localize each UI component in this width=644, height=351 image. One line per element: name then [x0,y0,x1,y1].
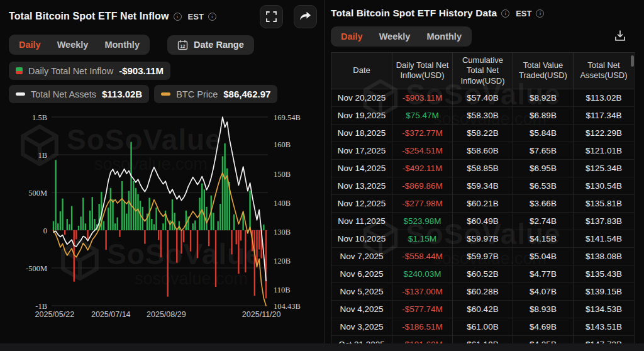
value-cell: $240.03M [392,265,453,283]
inflow-bar [236,230,237,244]
inflow-bar [254,230,255,296]
inflow-bar [55,160,56,230]
inflow-bar [231,230,232,254]
inflow-bar [238,230,239,274]
table-row: Nov 14,2025-$492.11M$58.85B$6.95B$125.34… [331,160,635,177]
y-axis-left-tick: -1B [35,302,47,311]
table-row: Nov 18,2025-$372.77M$58.22B$5.84B$122.29… [331,125,635,142]
inflow-bar [162,223,164,230]
y-axis-left-tick: 1.5B [32,113,47,122]
inflow-bar [213,213,214,230]
table-scrollbar[interactable] [631,55,634,67]
tab-daily[interactable]: Daily [341,31,363,42]
tab-weekly[interactable]: Weekly [57,40,89,50]
legend-row-2: Total Net Assets $113.02B BTC Price $86,… [9,85,317,103]
inflow-bar [183,230,184,242]
value-cell: -$577.74M [392,301,453,318]
value-cell: $5.84B [513,125,574,142]
net-assets-line [53,117,266,281]
inflow-bar [60,211,61,230]
date-cell: Nov 20,2025 [331,89,392,107]
legend-row-1: Daily Total Net Inflow -$903.11M [9,62,317,80]
column-header: Date [331,53,392,89]
share-icon [299,11,311,22]
tab-monthly[interactable]: Monthly [426,31,462,42]
calendar-icon: 12 [177,40,188,50]
chart-controls: DailyWeeklyMonthly 12 Date Range [9,35,317,55]
date-cell: Nov 5,2025 [331,283,392,301]
date-range-button[interactable]: 12 Date Range [167,35,254,55]
legend-value: $113.02B [102,89,142,99]
download-icon [614,30,626,42]
column-header: Daily Total Net Inflow(USD) [392,53,453,89]
info-icon[interactable] [501,9,509,18]
inflow-bar [89,211,91,230]
value-cell: -$492.11M [392,160,453,177]
value-cell: $60.52B [453,265,513,283]
inflow-bar [123,201,125,230]
legend-btc-price[interactable]: BTC Price $86,462.97 [154,85,277,103]
inflow-bar [219,204,221,230]
value-cell: $58.85B [453,160,513,177]
inflow-bar [151,219,152,230]
table-row: Nov 19,2025$75.47M$58.30B$6.89B$117.34B [331,107,635,125]
y-axis-left-tick: 1B [38,151,47,160]
value-cell: $60.42B [453,301,513,318]
tab-weekly[interactable]: Weekly [379,31,411,42]
page-title: Total Bitcoin Spot ETF Net Inflow [9,11,169,22]
value-cell: -$186.51M [392,318,453,336]
inflow-bar [133,181,134,230]
date-cell: Nov 6,2025 [331,265,392,283]
download-button[interactable] [613,28,628,45]
y-axis-right-tick: 150B [274,170,291,179]
inflow-bar [75,230,77,239]
legend-label: BTC Price [176,89,218,99]
info-icon[interactable] [174,13,182,21]
info-icon[interactable] [208,13,216,21]
inflow-bar [130,142,131,230]
est-label: EST [516,9,531,18]
fullscreen-button[interactable] [260,5,283,28]
legend-value: $86,462.97 [223,89,270,99]
inflow-bar [110,188,111,230]
inflow-bar [190,230,191,252]
value-cell: $59.97B [453,248,513,265]
history-data-panel: Total Bitcoin Spot ETF History Data EST … [324,0,644,351]
inflow-chart[interactable]: 1.5B1B500M0-500M-1B169.54B160B150B140B13… [9,108,316,322]
value-cell: $4.15B [513,230,574,248]
inflow-bar [176,230,177,263]
value-cell: -$558.44M [392,248,453,265]
tab-daily[interactable]: Daily [19,40,41,50]
value-cell: -$254.51M [392,142,453,160]
table-row: Nov 10,2025$1.15M$59.97B$4.15B$141.54B [331,230,635,248]
legend-daily-inflow[interactable]: Daily Total Net Inflow -$903.11M [9,62,170,80]
share-button[interactable] [294,5,317,28]
value-cell: $60.49B [453,213,513,230]
legend-total-assets[interactable]: Total Net Assets $113.02B [9,85,149,103]
y-axis-right-tick: 160B [274,140,291,149]
bottom-strip [0,343,644,351]
table-row: Nov 4,2025-$577.74M$60.42B$8.93B$134.53B [331,301,635,318]
tab-monthly[interactable]: Monthly [104,40,140,50]
value-cell: $75.47M [392,107,453,125]
y-axis-left-tick: 500M [28,189,47,198]
date-cell: Nov 14,2025 [331,160,392,177]
inflow-bar [103,221,104,230]
inflow-bar [249,191,250,230]
table-header-row: DateDaily Total Net Inflow(USD)Cumulativ… [331,53,635,89]
inflow-bar [69,224,70,230]
value-cell: $141.54B [574,230,634,248]
inflow-bar [121,181,123,230]
inflow-bar [128,191,130,230]
value-cell: $138.08B [574,248,634,265]
y-axis-right-tick: 169.54B [274,113,301,122]
y-axis-right-tick: 104.43B [274,302,301,311]
inflow-bar [208,230,209,246]
inflow-bar [62,199,63,230]
inflow-bar [233,214,235,230]
column-header: Total Value Traded(USD) [513,53,574,89]
period-tabs: DailyWeeklyMonthly [331,26,472,47]
date-cell: Nov 12,2025 [331,195,392,213]
info-icon[interactable] [536,9,544,18]
x-axis-tick: 2025/05/22 [35,310,75,319]
